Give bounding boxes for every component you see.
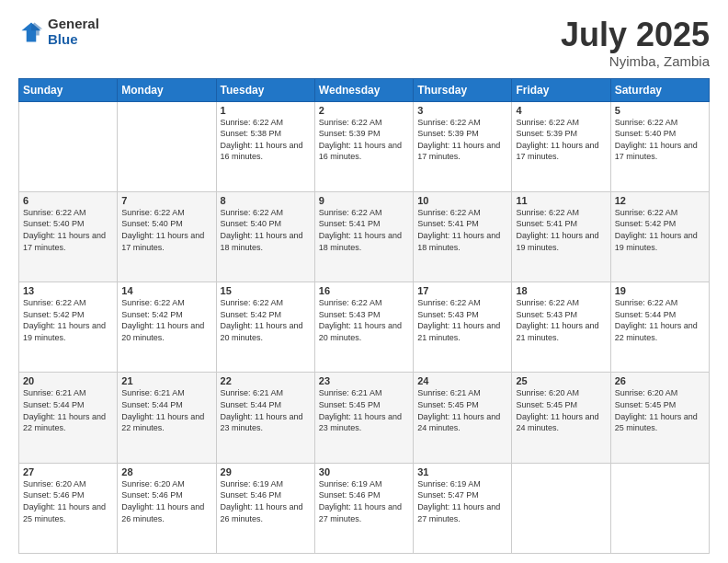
table-row: 25Sunrise: 6:20 AMSunset: 5:45 PMDayligh… [512,373,610,463]
day-info: Sunrise: 6:22 AMSunset: 5:42 PMDaylight:… [121,297,211,343]
logo-text: General Blue [48,17,99,47]
day-number: 24 [417,375,507,386]
calendar-table: Sunday Monday Tuesday Wednesday Thursday… [18,78,710,554]
day-number: 2 [319,105,409,116]
day-number: 3 [417,105,507,116]
day-info: Sunrise: 6:21 AMSunset: 5:44 PMDaylight:… [121,387,211,433]
col-thursday: Thursday [414,78,512,101]
day-info: Sunrise: 6:22 AMSunset: 5:43 PMDaylight:… [417,297,507,343]
day-info: Sunrise: 6:19 AMSunset: 5:46 PMDaylight:… [221,478,311,524]
day-info: Sunrise: 6:22 AMSunset: 5:40 PMDaylight:… [615,117,705,163]
day-number: 25 [516,375,606,386]
col-tuesday: Tuesday [216,78,314,101]
table-row: 13Sunrise: 6:22 AMSunset: 5:42 PMDayligh… [19,282,118,373]
table-row: 15Sunrise: 6:22 AMSunset: 5:42 PMDayligh… [216,282,314,373]
table-row: 27Sunrise: 6:20 AMSunset: 5:46 PMDayligh… [19,463,118,553]
table-row [610,463,709,553]
logo-general: General [48,17,99,32]
table-row [512,463,610,553]
day-info: Sunrise: 6:21 AMSunset: 5:44 PMDaylight:… [221,387,311,433]
day-number: 27 [23,466,113,477]
table-row: 20Sunrise: 6:21 AMSunset: 5:44 PMDayligh… [19,373,118,463]
day-number: 30 [319,466,409,477]
day-number: 14 [121,285,211,296]
table-row: 30Sunrise: 6:19 AMSunset: 5:46 PMDayligh… [314,463,413,553]
table-row: 4Sunrise: 6:22 AMSunset: 5:39 PMDaylight… [512,101,610,191]
table-row: 12Sunrise: 6:22 AMSunset: 5:42 PMDayligh… [610,191,709,282]
table-row: 24Sunrise: 6:21 AMSunset: 5:45 PMDayligh… [414,373,512,463]
day-number: 17 [417,285,507,296]
day-info: Sunrise: 6:20 AMSunset: 5:46 PMDaylight:… [23,478,113,524]
header: General Blue July 2025 Nyimba, Zambia [18,17,710,69]
day-info: Sunrise: 6:20 AMSunset: 5:46 PMDaylight:… [121,478,211,524]
day-number: 4 [516,105,606,116]
table-row: 14Sunrise: 6:22 AMSunset: 5:42 PMDayligh… [118,282,216,373]
day-info: Sunrise: 6:22 AMSunset: 5:42 PMDaylight:… [221,297,311,343]
table-row: 29Sunrise: 6:19 AMSunset: 5:46 PMDayligh… [216,463,314,553]
table-row: 26Sunrise: 6:20 AMSunset: 5:45 PMDayligh… [610,373,709,463]
day-info: Sunrise: 6:22 AMSunset: 5:41 PMDaylight:… [417,207,507,253]
table-row: 2Sunrise: 6:22 AMSunset: 5:39 PMDaylight… [314,101,413,191]
table-row [19,101,118,191]
day-number: 20 [23,375,113,386]
table-row: 31Sunrise: 6:19 AMSunset: 5:47 PMDayligh… [414,463,512,553]
day-number: 8 [221,195,311,206]
day-number: 29 [221,466,311,477]
col-monday: Monday [118,78,216,101]
day-info: Sunrise: 6:22 AMSunset: 5:39 PMDaylight:… [516,117,606,163]
day-number: 7 [121,195,211,206]
day-info: Sunrise: 6:22 AMSunset: 5:40 PMDaylight:… [23,207,113,253]
day-info: Sunrise: 6:22 AMSunset: 5:40 PMDaylight:… [121,207,211,253]
day-info: Sunrise: 6:21 AMSunset: 5:44 PMDaylight:… [23,387,113,433]
day-info: Sunrise: 6:21 AMSunset: 5:45 PMDaylight:… [417,387,507,433]
table-row: 8Sunrise: 6:22 AMSunset: 5:40 PMDaylight… [216,191,314,282]
day-number: 19 [615,285,705,296]
table-row: 7Sunrise: 6:22 AMSunset: 5:40 PMDaylight… [118,191,216,282]
day-info: Sunrise: 6:20 AMSunset: 5:45 PMDaylight:… [516,387,606,433]
logo-icon [18,19,44,45]
table-row: 1Sunrise: 6:22 AMSunset: 5:38 PMDaylight… [216,101,314,191]
title-location: Nyimba, Zambia [561,53,710,69]
day-info: Sunrise: 6:22 AMSunset: 5:42 PMDaylight:… [615,207,705,253]
day-info: Sunrise: 6:22 AMSunset: 5:41 PMDaylight:… [516,207,606,253]
table-row: 22Sunrise: 6:21 AMSunset: 5:44 PMDayligh… [216,373,314,463]
col-saturday: Saturday [610,78,709,101]
day-info: Sunrise: 6:20 AMSunset: 5:45 PMDaylight:… [615,387,705,433]
calendar-week-2: 13Sunrise: 6:22 AMSunset: 5:42 PMDayligh… [19,282,710,373]
logo: General Blue [18,17,99,47]
table-row: 10Sunrise: 6:22 AMSunset: 5:41 PMDayligh… [414,191,512,282]
day-number: 31 [417,466,507,477]
day-number: 12 [615,195,705,206]
day-info: Sunrise: 6:22 AMSunset: 5:42 PMDaylight:… [23,297,113,343]
table-row: 17Sunrise: 6:22 AMSunset: 5:43 PMDayligh… [414,282,512,373]
logo-blue: Blue [48,32,99,48]
day-number: 16 [319,285,409,296]
day-info: Sunrise: 6:22 AMSunset: 5:44 PMDaylight:… [615,297,705,343]
day-info: Sunrise: 6:22 AMSunset: 5:39 PMDaylight:… [417,117,507,163]
table-row: 19Sunrise: 6:22 AMSunset: 5:44 PMDayligh… [610,282,709,373]
calendar-week-0: 1Sunrise: 6:22 AMSunset: 5:38 PMDaylight… [19,101,710,191]
table-row: 5Sunrise: 6:22 AMSunset: 5:40 PMDaylight… [610,101,709,191]
table-row: 16Sunrise: 6:22 AMSunset: 5:43 PMDayligh… [314,282,413,373]
table-row: 21Sunrise: 6:21 AMSunset: 5:44 PMDayligh… [118,373,216,463]
day-number: 22 [221,375,311,386]
day-info: Sunrise: 6:22 AMSunset: 5:43 PMDaylight:… [516,297,606,343]
day-number: 5 [615,105,705,116]
title-month: July 2025 [561,17,710,53]
day-number: 11 [516,195,606,206]
title-block: July 2025 Nyimba, Zambia [561,17,710,69]
day-info: Sunrise: 6:22 AMSunset: 5:38 PMDaylight:… [221,117,311,163]
calendar-week-3: 20Sunrise: 6:21 AMSunset: 5:44 PMDayligh… [19,373,710,463]
day-info: Sunrise: 6:22 AMSunset: 5:43 PMDaylight:… [319,297,409,343]
table-row: 23Sunrise: 6:21 AMSunset: 5:45 PMDayligh… [314,373,413,463]
page: General Blue July 2025 Nyimba, Zambia Su… [0,0,728,563]
day-number: 13 [23,285,113,296]
day-number: 10 [417,195,507,206]
calendar-header-row: Sunday Monday Tuesday Wednesday Thursday… [19,78,710,101]
table-row: 9Sunrise: 6:22 AMSunset: 5:41 PMDaylight… [314,191,413,282]
table-row: 28Sunrise: 6:20 AMSunset: 5:46 PMDayligh… [118,463,216,553]
day-info: Sunrise: 6:22 AMSunset: 5:40 PMDaylight:… [221,207,311,253]
day-number: 26 [615,375,705,386]
day-info: Sunrise: 6:19 AMSunset: 5:46 PMDaylight:… [319,478,409,524]
day-info: Sunrise: 6:21 AMSunset: 5:45 PMDaylight:… [319,387,409,433]
